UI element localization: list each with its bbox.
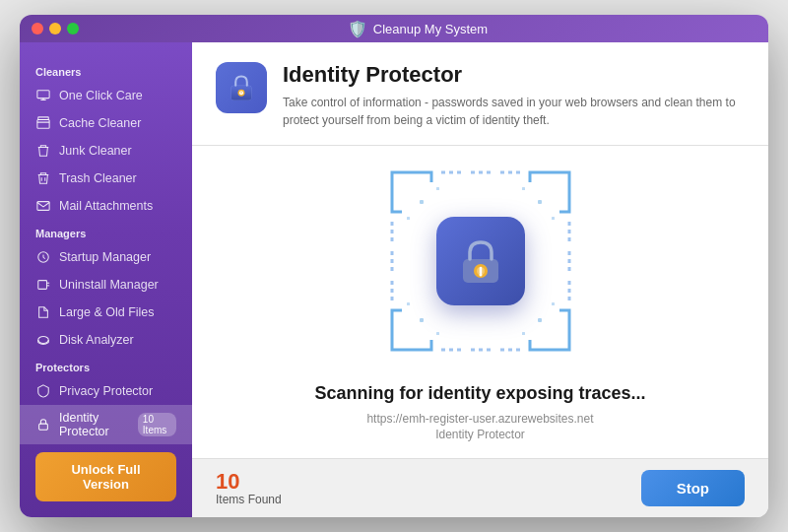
panel-title: Identity Protector xyxy=(283,62,745,88)
sidebar-item-mail-attachments[interactable]: Mail Attachments xyxy=(20,192,192,220)
svg-rect-34 xyxy=(538,200,542,204)
svg-rect-3 xyxy=(37,120,49,129)
unlock-full-version-button[interactable]: Unlock Full Version xyxy=(35,452,176,501)
sidebar-item-label: One Click Care xyxy=(59,89,143,102)
bottom-bar: 10 Items Found Stop xyxy=(192,458,768,517)
startup-icon xyxy=(35,249,51,265)
trash-icon xyxy=(35,170,51,186)
panel-header-text: Identity Protector Take control of infor… xyxy=(283,62,745,129)
svg-rect-38 xyxy=(522,187,525,190)
sidebar-item-label: Uninstall Manager xyxy=(59,278,159,292)
sidebar-item-one-click-care[interactable]: One Click Care xyxy=(20,82,192,109)
svg-rect-8 xyxy=(37,202,49,211)
sidebar: Cleaners One Click Care Cache Cleaner Ju… xyxy=(20,42,192,517)
minimize-button[interactable] xyxy=(49,23,61,34)
items-label: Items Found xyxy=(216,493,282,506)
svg-rect-16 xyxy=(39,424,48,430)
svg-rect-0 xyxy=(37,91,49,99)
svg-rect-44 xyxy=(552,302,555,305)
sidebar-item-label: Startup Manager xyxy=(59,250,151,264)
sidebar-item-label: Identity Protector xyxy=(59,411,130,438)
uninstall-icon xyxy=(35,277,51,293)
svg-point-13 xyxy=(38,337,49,344)
scan-url: https://emh-register-user.azurewebsites.… xyxy=(366,412,593,426)
scan-graphic xyxy=(382,163,579,360)
app-title: Cleanup My System xyxy=(373,22,488,36)
scan-status-title: Scanning for identity exposing traces... xyxy=(314,383,645,404)
section-cleaners-label: Cleaners xyxy=(20,58,192,82)
lock-icon xyxy=(35,417,51,432)
archive-icon xyxy=(35,115,51,131)
sidebar-item-label: Trash Cleaner xyxy=(59,171,137,185)
svg-rect-40 xyxy=(552,217,555,220)
svg-rect-35 xyxy=(420,318,424,322)
app-icon: 🛡️ xyxy=(348,20,367,38)
sidebar-item-label: Cache Cleaner xyxy=(59,116,141,130)
maximize-button[interactable] xyxy=(67,23,79,34)
sidebar-item-uninstall-manager[interactable]: Uninstall Manager xyxy=(20,271,192,299)
section-protectors-label: Protectors xyxy=(20,354,192,377)
monitor-icon xyxy=(35,88,51,103)
panel-icon xyxy=(216,62,267,113)
svg-rect-10 xyxy=(38,281,47,290)
svg-rect-33 xyxy=(420,200,424,204)
sidebar-item-junk-cleaner[interactable]: Junk Cleaner xyxy=(20,137,192,165)
title-bar-center: 🛡️ Cleanup My System xyxy=(79,20,756,38)
sidebar-item-cache-cleaner[interactable]: Cache Cleaner xyxy=(20,109,192,137)
sidebar-item-privacy-protector[interactable]: Privacy Protector xyxy=(20,377,192,405)
svg-rect-39 xyxy=(407,217,410,220)
main-content: Cleaners One Click Care Cache Cleaner Ju… xyxy=(20,42,768,517)
items-found: 10 Items Found xyxy=(216,471,282,506)
sidebar-item-identity-protector[interactable]: Identity Protector 10 Items xyxy=(20,405,192,444)
svg-rect-42 xyxy=(522,332,525,335)
scan-subtitle: Identity Protector xyxy=(435,428,525,441)
close-button[interactable] xyxy=(32,23,43,34)
sidebar-item-label: Large & Old Files xyxy=(59,305,155,319)
panel-description: Take control of information - passwords … xyxy=(283,94,745,129)
traffic-lights xyxy=(32,23,79,34)
sidebar-item-label: Privacy Protector xyxy=(59,384,153,398)
panel-header: Identity Protector Take control of infor… xyxy=(192,42,768,146)
files-icon xyxy=(35,304,51,320)
svg-rect-37 xyxy=(436,187,439,190)
sidebar-item-label: Junk Cleaner xyxy=(59,144,132,158)
items-count: 10 xyxy=(216,471,282,493)
sidebar-item-startup-manager[interactable]: Startup Manager xyxy=(20,243,192,271)
svg-rect-43 xyxy=(407,302,410,305)
title-bar: 🛡️ Cleanup My System xyxy=(20,15,768,42)
junk-icon xyxy=(35,143,51,159)
main-panel: Identity Protector Take control of infor… xyxy=(192,42,768,517)
sidebar-item-label: Mail Attachments xyxy=(59,199,153,213)
mail-icon xyxy=(35,198,51,214)
section-managers-label: Managers xyxy=(20,220,192,243)
svg-rect-41 xyxy=(436,332,439,335)
main-window: 🛡️ Cleanup My System Cleaners One Click … xyxy=(20,15,768,517)
lock-icon-container xyxy=(436,217,525,305)
sidebar-item-disk-analyzer[interactable]: Disk Analyzer xyxy=(20,326,192,354)
svg-rect-5 xyxy=(38,117,49,120)
sidebar-item-trash-cleaner[interactable]: Trash Cleaner xyxy=(20,165,192,192)
svg-rect-36 xyxy=(538,318,542,322)
disk-icon xyxy=(35,332,51,348)
item-badge: 10 Items xyxy=(138,413,176,436)
stop-button[interactable]: Stop xyxy=(641,470,745,506)
sidebar-item-large-old-files[interactable]: Large & Old Files xyxy=(20,299,192,326)
shield-icon xyxy=(35,383,51,399)
scan-area: Scanning for identity exposing traces...… xyxy=(192,146,768,458)
svg-point-48 xyxy=(479,274,482,277)
sidebar-item-label: Disk Analyzer xyxy=(59,333,134,347)
